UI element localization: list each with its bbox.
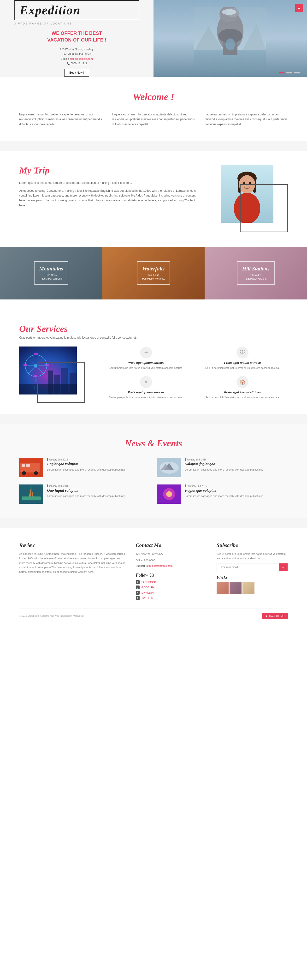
hills-desc: PageMaker versions. [242, 277, 270, 280]
facebook-link[interactable]: f FACEBOOK [136, 580, 207, 584]
welcome-columns: Itaque earum rerum hic pretitur a sapien… [19, 112, 288, 127]
subscribe-form: → [216, 563, 288, 571]
news-date-1: January 2nd 2016 [47, 458, 150, 461]
review-text: As opposed to using 'Content here, makin… [19, 552, 126, 574]
svg-point-19 [243, 182, 245, 184]
twitter-link[interactable]: t TWITTER [136, 596, 207, 600]
news-grid: January 2nd 2016 Fagiat qao voluptas Lor… [19, 458, 288, 504]
news-text-3: January 15th 2016 Quo fagiat volaptas Lo… [47, 484, 150, 498]
mountains-content: Mountains Like Aldus PageMaker versions. [34, 261, 68, 285]
divider-3 [0, 414, 307, 423]
svg-point-43 [22, 471, 26, 475]
mountains-desc: PageMaker versions. [39, 277, 63, 280]
service-title-2: Praia eget ipsum altrices [197, 361, 288, 364]
services-grid: ✈ Praia eget ipsum altrices Sed ut persp… [101, 347, 288, 399]
trip-image-container [216, 165, 288, 232]
flickr-thumb-1[interactable] [216, 582, 229, 594]
svg-rect-52 [31, 487, 32, 496]
services-layout: ✈ Praia eget ipsum altrices Sed ut persp… [19, 347, 288, 399]
svg-rect-31 [24, 364, 27, 366]
linkedin-link[interactable]: in LINKEDIN [136, 591, 207, 595]
contact-email-link[interactable]: mail@example.com [150, 565, 173, 567]
service-icon-2: 🖼 [237, 347, 248, 358]
trip-title: My Trip [19, 165, 202, 176]
waterfalls-title: Waterfalls [142, 266, 165, 272]
service-title-4: Praia eget ipsum altrices [197, 390, 288, 394]
news-desc-3: Lorem ipsum passages and more recently w… [47, 494, 150, 498]
hills-subtitle: Like Aldus [242, 273, 270, 277]
google-link[interactable]: g GOOGLE+ [136, 585, 207, 589]
service-icon-4: 🏠 [237, 376, 248, 388]
subscribe-button[interactable]: → [279, 563, 288, 571]
service-item-4: 🏠 Praia eget ipsum altrices Sed ut persp… [197, 376, 288, 400]
welcome-col-1: Itaque earum rerum hic pretitur a sapien… [19, 112, 102, 127]
svg-point-6 [226, 38, 235, 50]
destination-waterfalls[interactable]: Waterfalls Like Aldus PageMaker versions… [102, 247, 205, 299]
news-text-2: January 10th 2016 Volaptas fagiat qao Lo… [185, 458, 288, 472]
header-left: Expedition A Wide Range of Locations WE … [0, 0, 154, 77]
flickr-thumb-2[interactable] [229, 582, 242, 594]
linkedin-icon: in [136, 591, 140, 595]
service-desc-1: Sed ut perspiciis iste natus error sit v… [101, 366, 191, 370]
phone-icon: 📞 [67, 61, 70, 66]
trip-text: My Trip Lorem Ipsum is that it has a mor… [19, 165, 202, 211]
header: Expedition A Wide Range of Locations WE … [0, 0, 307, 77]
email-link[interactable]: mail@example.com [70, 57, 93, 60]
flickr-title: Flickr [216, 575, 288, 580]
phone-info: 📞 0000-111-111 [14, 61, 139, 66]
news-heading-3: Quo fagiat volaptas [47, 488, 150, 493]
news-image-1 [19, 458, 43, 477]
flickr-thumb-3[interactable] [242, 582, 255, 594]
destination-mountains[interactable]: Mountains Like Aldus PageMaker versions. [0, 247, 102, 299]
news-image-2 [157, 458, 181, 477]
destination-hills[interactable]: Hill Stations Like Aldus PageMaker versi… [205, 247, 307, 299]
back-to-top-button[interactable]: ▲ BACK TO TOP [262, 612, 288, 619]
mountains-subtitle: Like Aldus [39, 273, 63, 277]
news-item-2: January 10th 2016 Volaptas fagiat qao Lo… [157, 458, 288, 477]
book-now-button[interactable]: Book Now ! [64, 69, 89, 76]
services-frame [37, 362, 85, 402]
news-image-4 [157, 484, 181, 504]
header-image: ≡ [154, 0, 307, 77]
welcome-col-3: Itaque earum rerum hic preiatur a sapien… [205, 112, 288, 127]
follow-us: Follow Us f FACEBOOK g GOOGLE+ in LINKED… [136, 573, 207, 600]
news-item-1: January 2nd 2016 Fagiat qao voluptas Lor… [19, 458, 150, 477]
hamburger-menu[interactable]: ≡ [295, 4, 303, 12]
news-date-4: February 2nd 2016 [185, 484, 288, 487]
news-text-1: January 2nd 2016 Fagiat qao voluptas Lor… [47, 458, 150, 472]
service-item-3: ♥ Praia eget ipsum altrices Sed ut persp… [101, 376, 191, 400]
divider-1 [0, 141, 307, 151]
services-desc: Cras porttitor Imperdiet volutpat nulla … [19, 336, 288, 339]
service-desc-4: Sed ut perspiciis iste natus error sit v… [197, 395, 288, 400]
offer-text: WE OFFER THE BEST VACATION OF OUR LIFE ! [14, 30, 139, 43]
contact-support: Support to: mail@example.com [136, 564, 207, 568]
welcome-section: Welcome ! Itaque earum rerum hic pretitu… [0, 77, 307, 141]
news-heading-2: Volaptas fagiat qao [185, 462, 288, 466]
trip-para1: Lorem Ipsum is that it has a more-or-les… [19, 180, 202, 185]
news-item-3: January 15th 2016 Quo fagiat volaptas Lo… [19, 484, 150, 504]
waterfalls-desc: PageMaker versions. [142, 277, 165, 280]
news-image-3 [19, 484, 43, 504]
services-title: Our Services [19, 323, 288, 334]
flickr-section: Flickr [216, 575, 288, 594]
news-desc-4: Lorem ipsum passages and more recently w… [185, 494, 288, 498]
hills-content: Hill Stations Like Aldus PageMaker versi… [237, 261, 275, 285]
subscribe-desc: Sed ut perspiciis unde omnis iste natus … [216, 552, 288, 560]
contact-address: 123 NewYork City USA [136, 552, 207, 556]
facebook-icon: f [136, 580, 140, 584]
svg-rect-42 [26, 464, 30, 467]
dot-3[interactable] [294, 72, 300, 73]
hero-image [154, 0, 307, 77]
flickr-grid [216, 582, 288, 594]
svg-rect-28 [34, 353, 38, 355]
dot-1[interactable] [279, 72, 285, 73]
follow-title: Follow Us [136, 573, 207, 578]
dot-2[interactable] [286, 72, 292, 73]
divider-4 [0, 518, 307, 528]
subscribe-input[interactable] [217, 563, 279, 571]
copyright: © 2016 Expedition. All rights reserved |… [19, 614, 84, 617]
destinations-section: Mountains Like Aldus PageMaker versions.… [0, 247, 307, 299]
trip-frame [240, 184, 288, 232]
news-heading-1: Fagiat qao voluptas [47, 462, 150, 466]
service-desc-3: Sed ut perspiciis iste natus error sit v… [101, 395, 191, 400]
